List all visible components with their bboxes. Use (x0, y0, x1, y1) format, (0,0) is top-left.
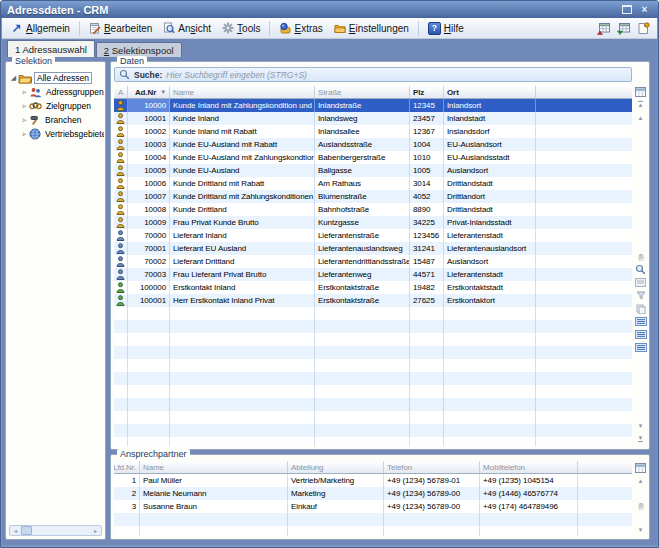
column-header-plz[interactable]: Plz (410, 86, 444, 98)
column-header-a[interactable]: A (114, 86, 128, 98)
scroll-left-icon[interactable]: ◂ (10, 526, 21, 535)
cell-strasse: Inlandstraße (315, 99, 410, 112)
menu-item-einstellungen[interactable]: Einstellungen (329, 20, 414, 36)
tab-1-adressauswahl[interactable]: 1 Adressauswahl (7, 40, 95, 57)
magnifier-icon[interactable] (634, 264, 647, 275)
copy-icon[interactable] (634, 303, 647, 314)
cell-adnr: 100001 (128, 294, 170, 307)
scroll-down-icon[interactable]: ▼ (634, 420, 647, 431)
address-row[interactable]: 10008Kunde DrittlandBahnhofstraße8890Dri… (114, 203, 632, 216)
scroll-right-icon[interactable]: ▸ (90, 526, 101, 535)
cell-abteilung: Marketing (288, 487, 384, 500)
menu-item-allgemein[interactable]: Allgemein (6, 20, 75, 36)
empty-cell (315, 385, 410, 398)
address-row[interactable]: 10007Kunde Drittland mit Zahlungskonditi… (114, 190, 632, 203)
empty-cell (410, 385, 444, 398)
tab-2-selektionspool[interactable]: 2 Selektionspool (96, 42, 182, 57)
column-chooser-icon[interactable] (634, 462, 647, 473)
titlebar[interactable]: Adressdaten - CRM × (1, 1, 658, 18)
cell-lfdnr: 3 (114, 500, 140, 513)
scroll-up-icon[interactable]: ▲ (634, 475, 647, 486)
address-row[interactable]: 10009Frau Privat Kunde BruttoKuntzgasse3… (114, 216, 632, 229)
column-chooser-icon[interactable] (634, 86, 647, 97)
cell-plz: 1004 (410, 138, 444, 151)
expand-glyph-icon[interactable]: ▹ (20, 102, 29, 110)
column-header-name[interactable]: Name (140, 461, 288, 473)
menu-item-extras[interactable]: Extras (274, 20, 327, 36)
horizontal-scrollbar[interactable]: ◂▸ (9, 525, 102, 536)
new-document-button[interactable] (637, 22, 650, 35)
address-row[interactable]: 70001Lieferant EU AuslandLieferantenausl… (114, 242, 632, 255)
list-view-icon[interactable] (634, 329, 647, 340)
address-row[interactable]: 10005Kunde EU-AuslandBallgasse1005Auslan… (114, 164, 632, 177)
empty-cell (315, 411, 410, 424)
card-view-icon[interactable] (634, 277, 647, 288)
cell-lfdnr: 1 (114, 474, 140, 487)
tree-item-branchen[interactable]: ▹Branchen (8, 113, 104, 127)
address-row[interactable]: 10001Kunde InlandInlandsweg23457Inlandst… (114, 112, 632, 125)
empty-cell (128, 346, 170, 359)
cell-filler (536, 164, 632, 177)
menu-item-tools[interactable]: Tools (217, 20, 265, 36)
scroll-bottom-icon[interactable]: ▼ (634, 433, 647, 444)
collapse-glyph-icon[interactable]: ◢ (9, 74, 18, 82)
list-view-icon[interactable] (634, 316, 647, 327)
empty-cell (128, 307, 170, 320)
list-view-icon[interactable] (634, 342, 647, 353)
empty-cell (444, 359, 536, 372)
ansprechpartner-caption: Ansprechpartner (117, 449, 190, 460)
column-header-lfd-nr[interactable]: Lfd.Nr. (114, 461, 140, 473)
restore-button[interactable] (619, 3, 634, 16)
menu-item-hilfe[interactable]: ?Hilfe (423, 20, 469, 37)
contact-row[interactable]: 1Paul MüllerVertrieb/Marketing+49 (1234)… (114, 474, 632, 487)
empty-cell (410, 359, 444, 372)
column-header-name[interactable]: Name (170, 86, 315, 98)
grip-icon[interactable]: (‖) (634, 500, 647, 511)
empty-cell (140, 526, 288, 536)
tree-item-vertriebsgebiete[interactable]: ▹Vertriebsgebiete (8, 127, 104, 141)
menu-item-bearbeiten[interactable]: Bearbeiten (84, 20, 157, 36)
address-row[interactable]: 100001Herr Erstkontakt Inland PrivatErst… (114, 294, 632, 307)
address-row[interactable]: 70000Lieferant InlandLieferantenstraße12… (114, 229, 632, 242)
scroll-top-icon[interactable]: ▲ (634, 99, 647, 110)
address-row[interactable]: 100000Erstkontakt InlandErstkontaktstraß… (114, 281, 632, 294)
cell-filler (578, 500, 632, 513)
menu-item-ansicht[interactable]: Ansicht (158, 20, 216, 36)
tree-item-zielgruppen[interactable]: ▹Zielgruppen (8, 99, 104, 113)
empty-cell (444, 320, 536, 333)
expand-glyph-icon[interactable]: ▹ (20, 116, 29, 124)
column-header-straße[interactable]: Straße (315, 86, 410, 98)
tree-item-adressgruppen[interactable]: ▹Adressgruppen (8, 85, 104, 99)
contact-row[interactable]: 2Melanie NeumannMarketing+49 (1234) 5678… (114, 487, 632, 500)
empty-cell (170, 307, 315, 320)
export-table-button[interactable] (597, 22, 611, 35)
scroll-down-icon[interactable]: ▼ (634, 524, 647, 535)
grip-h-icon[interactable] (21, 526, 32, 535)
column-header-mobiltelefon[interactable]: Mobiltelefon (480, 461, 578, 473)
column-header-ad-nr[interactable]: Ad.Nr▼ (128, 86, 170, 98)
address-row[interactable]: 10004Kunde EU-Ausland mit Zahlungskondti… (114, 151, 632, 164)
column-header-telefon[interactable]: Telefon (384, 461, 480, 473)
filter-icon[interactable] (634, 290, 647, 301)
scroll-up-icon[interactable]: ▲ (634, 112, 647, 123)
address-row[interactable]: 10003Kunde EU-Ausland mit RabattAuslands… (114, 138, 632, 151)
expand-glyph-icon[interactable]: ▹ (20, 88, 29, 96)
tree-item-alle-adressen[interactable]: ◢Alle Adressen (8, 71, 104, 85)
address-row[interactable]: 70003Frau Lieferant Privat BruttoLiefera… (114, 268, 632, 281)
empty-cell (170, 424, 315, 437)
contact-row[interactable]: 3Susanne BraunEinkauf+49 (1234) 56789-00… (114, 500, 632, 513)
address-row[interactable]: 70002Lieferant DrittlandLieferantendritt… (114, 255, 632, 268)
column-header-ort[interactable]: Ort (444, 86, 536, 98)
grip-icon[interactable]: (‖) (634, 251, 647, 262)
cell-plz: 31241 (410, 242, 444, 255)
expand-glyph-icon[interactable]: ▹ (20, 130, 29, 138)
empty-cell (444, 424, 536, 437)
column-header-abteilung[interactable]: Abteilung (288, 461, 384, 473)
menu-item-label: Ansicht (178, 23, 211, 34)
search-input[interactable] (166, 70, 627, 80)
address-row[interactable]: 10006Kunde Drittland mit RabattAm Rathau… (114, 177, 632, 190)
import-table-button[interactable] (617, 22, 631, 35)
address-row[interactable]: 10002Kunde Inland mit RabattInlandsallee… (114, 125, 632, 138)
close-button[interactable]: × (637, 3, 652, 16)
address-row[interactable]: 10000Kunde Inland mit Zahlungskondition … (114, 99, 632, 112)
